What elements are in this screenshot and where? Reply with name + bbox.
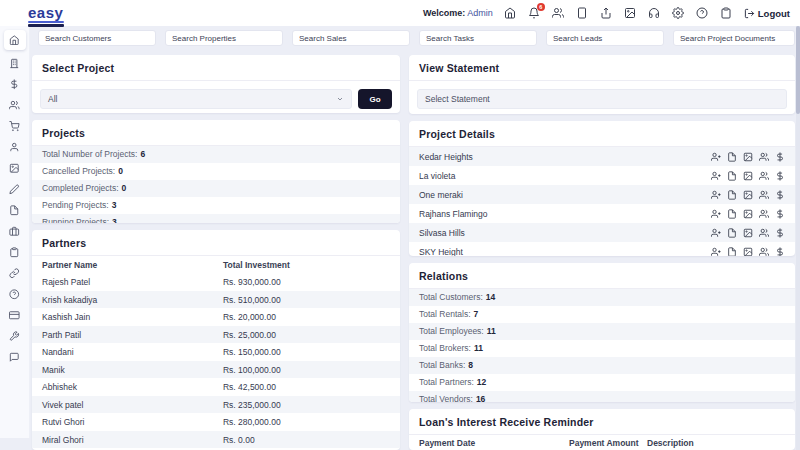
sidebar-item-links[interactable] bbox=[4, 263, 26, 284]
brand-tagline-bar bbox=[28, 24, 64, 27]
documents-icon[interactable] bbox=[727, 152, 737, 162]
sidebar-item-documents[interactable] bbox=[4, 200, 26, 221]
partner-investment: Rs. 0.00 bbox=[223, 435, 390, 445]
payments-icon[interactable] bbox=[775, 171, 785, 181]
documents-icon[interactable] bbox=[727, 228, 737, 238]
members-icon[interactable] bbox=[759, 190, 769, 200]
search-leads-input[interactable] bbox=[546, 30, 664, 46]
sidebar-item-utilities[interactable] bbox=[4, 326, 26, 347]
search-project-documents-input[interactable] bbox=[673, 30, 795, 46]
left-sidebar bbox=[0, 26, 30, 438]
users-icon[interactable] bbox=[552, 7, 565, 20]
gallery-icon[interactable] bbox=[743, 152, 753, 162]
search-tasks-input[interactable] bbox=[419, 30, 537, 46]
members-icon[interactable] bbox=[759, 228, 769, 238]
project-select-value: All bbox=[48, 94, 57, 104]
stat-row: Total Number of Projects:6 bbox=[32, 146, 400, 163]
gallery-icon[interactable] bbox=[624, 7, 637, 20]
customer-add-icon[interactable] bbox=[711, 190, 721, 200]
search-customers-input[interactable] bbox=[38, 30, 156, 46]
table-row: Kashish JainRs. 20,000.00 bbox=[32, 308, 400, 326]
gallery-icon[interactable] bbox=[743, 190, 753, 200]
sidebar-item-properties[interactable] bbox=[4, 53, 26, 74]
sidebar-item-employees[interactable] bbox=[4, 137, 26, 158]
sidebar-item-dashboard[interactable] bbox=[4, 30, 26, 50]
sidebar-item-support[interactable] bbox=[4, 347, 26, 368]
project-name: Rajhans Flamingo bbox=[419, 209, 488, 219]
customer-add-icon[interactable] bbox=[711, 228, 721, 238]
project-row: Rajhans Flamingo bbox=[409, 204, 795, 223]
partner-name: Nandani bbox=[42, 347, 223, 357]
members-icon[interactable] bbox=[759, 247, 769, 256]
mobile-icon[interactable] bbox=[576, 7, 589, 20]
members-icon[interactable] bbox=[759, 152, 769, 162]
project-name: SKY Height bbox=[419, 247, 463, 256]
customer-add-icon[interactable] bbox=[711, 152, 721, 162]
gallery-icon[interactable] bbox=[743, 171, 753, 181]
project-select[interactable]: All bbox=[40, 89, 352, 109]
statement-select[interactable]: Select Statement bbox=[417, 89, 787, 109]
sidebar-item-projects[interactable] bbox=[4, 221, 26, 242]
stat-value: 6 bbox=[140, 149, 145, 159]
sidebar-item-reports[interactable] bbox=[4, 242, 26, 263]
gallery-icon[interactable] bbox=[743, 209, 753, 219]
settings-gear-icon[interactable] bbox=[672, 7, 685, 20]
members-icon[interactable] bbox=[759, 171, 769, 181]
sidebar-item-sales[interactable] bbox=[4, 116, 26, 137]
documents-icon[interactable] bbox=[727, 171, 737, 181]
welcome-text: Welcome:Admin bbox=[423, 8, 493, 18]
stat-row: Total Employees:11 bbox=[409, 323, 795, 340]
export-icon[interactable] bbox=[600, 7, 613, 20]
home-icon bbox=[9, 35, 20, 46]
project-details-title: Project Details bbox=[409, 121, 795, 147]
sidebar-item-payments[interactable] bbox=[4, 74, 26, 95]
payments-icon[interactable] bbox=[775, 152, 785, 162]
gallery-icon[interactable] bbox=[743, 247, 753, 256]
stat-row: Total Partners:12 bbox=[409, 374, 795, 391]
search-sales-input[interactable] bbox=[292, 30, 410, 46]
image-icon bbox=[9, 163, 20, 174]
project-details-card: Project Details Kedar Heights La violeta bbox=[409, 121, 795, 255]
sidebar-item-design[interactable] bbox=[4, 179, 26, 200]
scrollbar-thumb[interactable] bbox=[796, 26, 800, 114]
notifications-bell-icon[interactable]: 6 bbox=[528, 7, 541, 20]
table-row: AbhishekRs. 42,500.00 bbox=[32, 378, 400, 396]
documents-icon[interactable] bbox=[727, 247, 737, 256]
scrollbar[interactable] bbox=[796, 26, 800, 450]
gallery-icon[interactable] bbox=[743, 228, 753, 238]
card-icon bbox=[9, 310, 20, 321]
payments-icon[interactable] bbox=[775, 190, 785, 200]
partner-investment: Rs. 25,000.00 bbox=[223, 330, 390, 340]
search-properties-input[interactable] bbox=[165, 30, 283, 46]
stat-label: Total Employees: bbox=[419, 326, 484, 336]
partner-investment: Rs. 510,000.00 bbox=[223, 295, 390, 305]
sidebar-item-inquiries[interactable] bbox=[4, 284, 26, 305]
go-button[interactable]: Go bbox=[358, 89, 392, 109]
documents-icon[interactable] bbox=[727, 190, 737, 200]
notes-icon[interactable] bbox=[720, 7, 733, 20]
logout-button[interactable]: Logout bbox=[744, 8, 790, 19]
stat-row: Running Projects:3 bbox=[32, 214, 400, 224]
table-row: Vivek patelRs. 235,000.00 bbox=[32, 396, 400, 414]
payments-icon[interactable] bbox=[775, 209, 785, 219]
home-icon[interactable] bbox=[504, 7, 517, 20]
customer-add-icon[interactable] bbox=[711, 209, 721, 219]
sidebar-item-customers[interactable] bbox=[4, 95, 26, 116]
stat-row: Completed Projects:0 bbox=[32, 180, 400, 197]
sidebar-item-cards[interactable] bbox=[4, 305, 26, 326]
members-icon[interactable] bbox=[759, 209, 769, 219]
customer-add-icon[interactable] bbox=[711, 247, 721, 256]
stat-value: 11 bbox=[474, 343, 483, 353]
payments-icon[interactable] bbox=[775, 247, 785, 256]
support-headset-icon[interactable] bbox=[648, 7, 661, 20]
payments-icon[interactable] bbox=[775, 228, 785, 238]
customer-add-icon[interactable] bbox=[711, 171, 721, 181]
help-icon[interactable] bbox=[696, 7, 709, 20]
relations-card: Relations Total Customers:14 Total Renta… bbox=[409, 263, 795, 402]
stat-label: Total Customers: bbox=[419, 292, 483, 302]
stat-row: Total Banks:8 bbox=[409, 357, 795, 374]
sidebar-item-gallery[interactable] bbox=[4, 158, 26, 179]
stat-label: Total Number of Projects: bbox=[42, 149, 137, 159]
documents-icon[interactable] bbox=[727, 209, 737, 219]
project-name: Kedar Heights bbox=[419, 152, 473, 162]
